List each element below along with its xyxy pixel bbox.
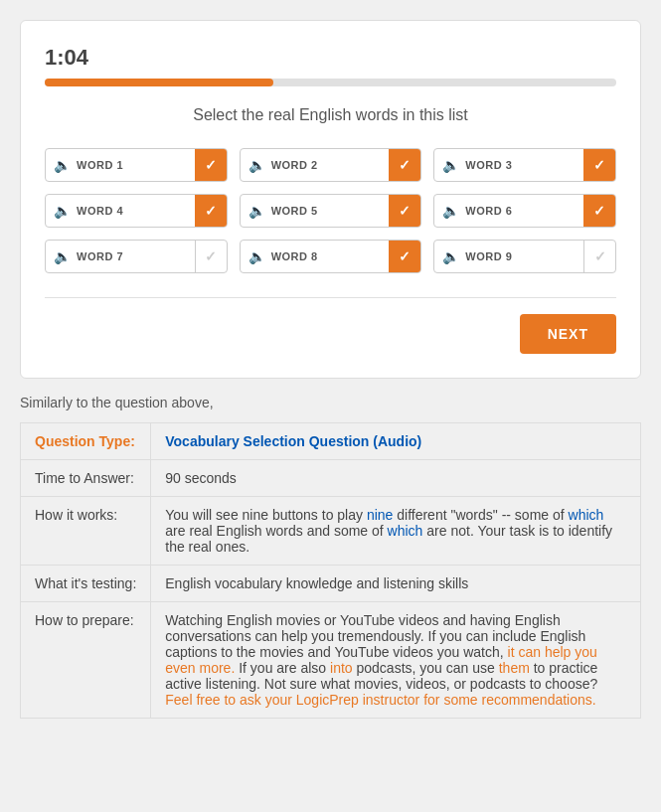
- check-mark: ✓: [205, 157, 217, 173]
- highlight-nine: nine: [367, 507, 393, 523]
- word-row: 🔈 WORD 8 ✓: [240, 240, 422, 273]
- quiz-card: 1:04 Select the real English words in th…: [20, 20, 641, 379]
- description-text: Similarly to the question above,: [20, 395, 641, 410]
- word-row: 🔈 WORD 5 ✓: [240, 194, 422, 228]
- check-mark: ✓: [593, 157, 605, 173]
- check-mark: ✓: [399, 248, 411, 264]
- check-mark: ✓: [205, 203, 217, 219]
- words-grid: 🔈 WORD 1 ✓ 🔈 WORD 2 ✓: [45, 148, 616, 273]
- word6-check[interactable]: ✓: [583, 195, 615, 227]
- word1-container: 🔈 WORD 1 ✓: [45, 148, 228, 182]
- word2-check[interactable]: ✓: [389, 149, 420, 181]
- speaker-icon: 🔈: [248, 157, 265, 173]
- testing-label: What it's testing:: [21, 566, 151, 602]
- question-type-label: Question Type:: [21, 423, 151, 460]
- question-type-value: Vocabulary Selection Question (Audio): [151, 423, 641, 460]
- table-row: Time to Answer: 90 seconds: [21, 460, 641, 497]
- word2-label: WORD 2: [271, 159, 382, 171]
- timer: 1:04: [45, 45, 616, 71]
- question-type-value-text: Vocabulary Selection Question (Audio): [165, 433, 421, 449]
- next-button[interactable]: NEXT: [520, 314, 616, 354]
- word2-inner: 🔈 WORD 2: [241, 151, 390, 179]
- word-row: 🔈 WORD 1 ✓: [45, 148, 228, 182]
- word8-check[interactable]: ✓: [389, 241, 420, 272]
- check-mark: ✓: [205, 248, 217, 264]
- progress-bar-container: [45, 79, 616, 86]
- word-row: 🔈 WORD 7 ✓: [45, 240, 228, 273]
- check-mark: ✓: [594, 248, 606, 264]
- word7-inner: 🔈 WORD 7: [46, 243, 195, 270]
- speaker-icon: 🔈: [54, 157, 71, 173]
- next-btn-container: NEXT: [45, 314, 616, 354]
- question-type-label-text: Question Type:: [35, 433, 135, 449]
- check-mark: ✓: [593, 203, 605, 219]
- speaker-icon: 🔈: [248, 248, 265, 264]
- check-mark: ✓: [399, 203, 411, 219]
- word3-label: WORD 3: [465, 159, 576, 171]
- word-row: 🔈 WORD 3 ✓: [433, 148, 616, 182]
- table-row: How it works: You will see nine buttons …: [21, 497, 641, 566]
- word-row: 🔈 WORD 6 ✓: [433, 194, 616, 228]
- highlight-which1: which: [569, 507, 604, 523]
- word4-label: WORD 4: [77, 205, 187, 217]
- time-label: Time to Answer:: [21, 460, 151, 497]
- speaker-icon: 🔈: [248, 203, 265, 219]
- word8-container: 🔈 WORD 8 ✓: [240, 240, 422, 273]
- speaker-icon: 🔈: [54, 203, 71, 219]
- question-text: Select the real English words in this li…: [45, 106, 616, 124]
- word6-inner: 🔈 WORD 6: [434, 197, 583, 225]
- word6-container: 🔈 WORD 6 ✓: [433, 194, 616, 228]
- word9-check[interactable]: ✓: [583, 241, 615, 272]
- word2-container: 🔈 WORD 2 ✓: [240, 148, 422, 182]
- word5-label: WORD 5: [271, 205, 382, 217]
- word1-inner: 🔈 WORD 1: [46, 151, 195, 179]
- table-row: How to prepare: Watching English movies …: [21, 602, 641, 719]
- info-table: Question Type: Vocabulary Selection Ques…: [20, 422, 641, 719]
- speaker-icon: 🔈: [442, 157, 459, 173]
- word4-check[interactable]: ✓: [195, 195, 227, 227]
- check-mark: ✓: [399, 157, 411, 173]
- prepare-label: How to prepare:: [21, 602, 151, 719]
- word5-container: 🔈 WORD 5 ✓: [240, 194, 422, 228]
- word7-check[interactable]: ✓: [195, 241, 227, 272]
- highlight-them: them: [499, 660, 530, 676]
- highlight-which2: which: [388, 523, 423, 539]
- prepare-value: Watching English movies or YouTube video…: [151, 602, 641, 719]
- speaker-icon: 🔈: [442, 248, 459, 264]
- word9-inner: 🔈 WORD 9: [434, 243, 583, 270]
- word9-container: 🔈 WORD 9 ✓: [433, 240, 616, 273]
- word-row: 🔈 WORD 4 ✓: [45, 194, 228, 228]
- how-it-works-label: How it works:: [21, 497, 151, 566]
- word8-inner: 🔈 WORD 8: [241, 243, 390, 270]
- word5-check[interactable]: ✓: [389, 195, 420, 227]
- word3-check[interactable]: ✓: [583, 149, 615, 181]
- table-row: What it's testing: English vocabulary kn…: [21, 566, 641, 602]
- table-header-row: Question Type: Vocabulary Selection Ques…: [21, 423, 641, 460]
- word8-label: WORD 8: [271, 250, 382, 262]
- word7-container: 🔈 WORD 7 ✓: [45, 240, 228, 273]
- speaker-icon: 🔈: [54, 248, 71, 264]
- speaker-icon: 🔈: [442, 203, 459, 219]
- highlight-feel: Feel free to ask your LogicPrep instruct…: [165, 692, 595, 708]
- highlight-into: into: [330, 660, 353, 676]
- divider: [45, 297, 616, 298]
- testing-value: English vocabulary knowledge and listeni…: [151, 566, 641, 602]
- how-it-works-value: You will see nine buttons to play nine d…: [151, 497, 641, 566]
- word-row: 🔈 WORD 9 ✓: [433, 240, 616, 273]
- word4-container: 🔈 WORD 4 ✓: [45, 194, 228, 228]
- word5-inner: 🔈 WORD 5: [241, 197, 390, 225]
- word4-inner: 🔈 WORD 4: [46, 197, 195, 225]
- word7-label: WORD 7: [77, 250, 187, 262]
- word-row: 🔈 WORD 2 ✓: [240, 148, 422, 182]
- word1-label: WORD 1: [77, 159, 187, 171]
- word3-container: 🔈 WORD 3 ✓: [433, 148, 616, 182]
- word6-label: WORD 6: [465, 205, 576, 217]
- progress-bar-fill: [45, 79, 273, 86]
- highlight-it: it can help you even more.: [165, 644, 597, 676]
- word9-label: WORD 9: [465, 250, 576, 262]
- time-value: 90 seconds: [151, 460, 641, 497]
- word3-inner: 🔈 WORD 3: [434, 151, 583, 179]
- word1-check[interactable]: ✓: [195, 149, 227, 181]
